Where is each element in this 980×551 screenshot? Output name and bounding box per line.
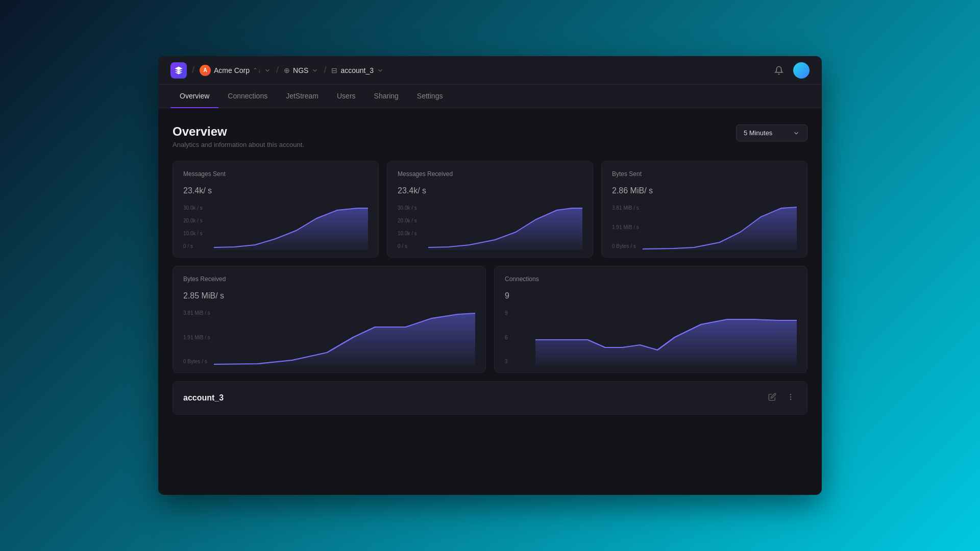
svg-point-0: [790, 394, 791, 395]
more-icon: [787, 393, 795, 401]
tab-users[interactable]: Users: [328, 85, 365, 108]
messages-received-chart: 30.0k / s 20.0k / s 10.0k / s 0 / s: [398, 204, 582, 250]
svg-point-1: [790, 396, 791, 397]
messages-received-value: 23.4k/ s: [398, 181, 582, 197]
nav-tabs: Overview Connections JetStream Users Sha…: [158, 85, 822, 108]
user-avatar[interactable]: [793, 62, 810, 79]
messages-received-chart-area: [428, 204, 582, 250]
ngs-label: NGS: [293, 66, 308, 74]
time-selector-chevron-icon: [793, 130, 800, 137]
bell-icon: [774, 66, 783, 75]
connections-chart-area: [535, 309, 797, 365]
bytes-sent-chart-area: [643, 204, 797, 250]
messages-sent-value: 23.4k/ s: [183, 181, 368, 197]
connections-value: 9: [505, 286, 797, 302]
org-chevron-icon: ⌃↓: [253, 67, 261, 74]
messages-received-label: Messages Received: [398, 170, 582, 178]
main-content: Overview Analytics and information about…: [158, 108, 822, 431]
globe-icon: ⊕: [284, 66, 290, 74]
bytes-received-chart-area: [214, 309, 475, 365]
metric-card-bytes-received: Bytes Received 2.85 MiB/ s 3.81 MiB / s …: [173, 266, 486, 373]
time-selector-label: 5 Minutes: [744, 129, 772, 137]
bytes-sent-label: Bytes Sent: [612, 170, 797, 178]
page-title: Overview: [173, 124, 304, 139]
db-icon: ⊟: [331, 66, 337, 74]
account-section: account_3: [173, 381, 807, 415]
sep-3: /: [324, 65, 326, 76]
sep-2: /: [276, 65, 279, 76]
messages-sent-chart-labels: 30.0k / s 20.0k / s 10.0k / s 0 / s: [183, 204, 212, 250]
metrics-top-grid: Messages Sent 23.4k/ s 30.0k / s 20.0k /…: [173, 161, 807, 258]
account-selector[interactable]: ⊟ account_3: [331, 66, 384, 74]
tab-settings[interactable]: Settings: [408, 85, 452, 108]
more-account-button[interactable]: [785, 391, 797, 405]
tab-jetstream[interactable]: JetStream: [277, 85, 328, 108]
edit-icon: [768, 393, 776, 401]
bytes-received-chart: 3.81 MiB / s 1.91 MiB / s 0 Bytes / s: [183, 309, 475, 365]
account-breadcrumb: account_3: [340, 66, 374, 74]
bytes-sent-chart-labels: 3.81 MiB / s 1.91 MiB / s 0 Bytes / s: [612, 204, 641, 250]
bytes-received-value: 2.85 MiB/ s: [183, 286, 475, 302]
topbar-right: [771, 62, 810, 79]
metric-card-connections: Connections 9 9 6 3: [494, 266, 807, 373]
messages-sent-label: Messages Sent: [183, 170, 368, 178]
svg-point-2: [790, 399, 791, 399]
connections-chart-labels: 9 6 3: [505, 309, 533, 365]
app-logo[interactable]: [170, 62, 187, 79]
metric-card-bytes-sent: Bytes Sent 2.86 MiB/ s 3.81 MiB / s 1.91…: [601, 161, 807, 258]
time-selector[interactable]: 5 Minutes: [736, 124, 807, 141]
ngs-selector[interactable]: ⊕ NGS: [284, 66, 318, 74]
account-actions: [766, 391, 797, 405]
bytes-sent-chart: 3.81 MiB / s 1.91 MiB / s 0 Bytes / s: [612, 204, 797, 250]
messages-received-chart-labels: 30.0k / s 20.0k / s 10.0k / s 0 / s: [398, 204, 426, 250]
messages-sent-chart-area: [214, 204, 368, 250]
tab-connections[interactable]: Connections: [218, 85, 277, 108]
account-section-name: account_3: [183, 393, 224, 403]
connections-chart: 9 6 3: [505, 309, 797, 365]
sep-1: /: [192, 65, 194, 76]
bytes-sent-value: 2.86 MiB/ s: [612, 181, 797, 197]
edit-account-button[interactable]: [766, 391, 778, 405]
notifications-button[interactable]: [771, 62, 787, 79]
connections-label: Connections: [505, 276, 797, 283]
bytes-received-chart-labels: 3.81 MiB / s 1.91 MiB / s 0 Bytes / s: [183, 309, 212, 365]
topbar: / A Acme Corp ⌃↓ / ⊕ NGS / ⊟ account_3: [158, 56, 822, 85]
page-header: Overview Analytics and information about…: [173, 124, 807, 148]
org-avatar: A: [200, 65, 211, 76]
org-name: Acme Corp: [214, 66, 250, 74]
org-selector[interactable]: A Acme Corp ⌃↓: [200, 65, 271, 76]
page-subtitle: Analytics and information about this acc…: [173, 141, 304, 148]
metrics-bottom-grid: Bytes Received 2.85 MiB/ s 3.81 MiB / s …: [173, 266, 807, 373]
messages-sent-chart: 30.0k / s 20.0k / s 10.0k / s 0 / s: [183, 204, 368, 250]
metric-card-messages-sent: Messages Sent 23.4k/ s 30.0k / s 20.0k /…: [173, 161, 379, 258]
org-chevron-down-icon: [264, 67, 271, 74]
account-chevron-down-icon: [377, 67, 384, 74]
tab-overview[interactable]: Overview: [170, 85, 218, 108]
bytes-received-label: Bytes Received: [183, 276, 475, 283]
metric-card-messages-received: Messages Received 23.4k/ s 30.0k / s 20.…: [387, 161, 593, 258]
app-window: / A Acme Corp ⌃↓ / ⊕ NGS / ⊟ account_3: [158, 56, 822, 495]
ngs-chevron-down-icon: [311, 67, 318, 74]
tab-sharing[interactable]: Sharing: [365, 85, 408, 108]
page-header-text: Overview Analytics and information about…: [173, 124, 304, 148]
